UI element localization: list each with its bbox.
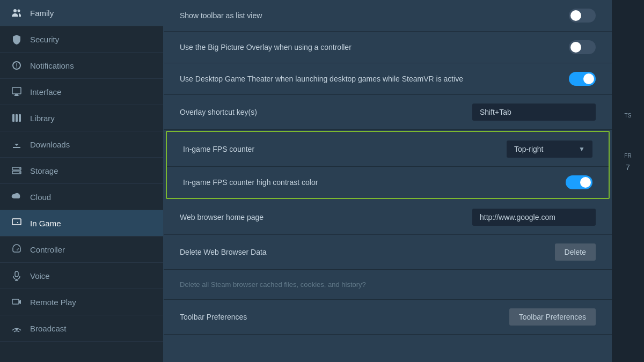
sidebar-item-remoteplay[interactable]: Remote Play — [0, 289, 163, 315]
sidebar-item-label-storage: Storage — [30, 166, 58, 175]
setting-label-web-browser-home: Web browser home page — [180, 213, 264, 221]
remoteplay-icon — [11, 296, 23, 308]
sidebar-item-broadcast[interactable]: Broadcast — [0, 315, 163, 342]
sidebar-item-family[interactable]: Family — [0, 0, 163, 26]
setting-row-delete-browser-data: Delete Web Browser Data Delete — [164, 235, 612, 270]
fps-counter-group: In-game FPS counter Top-right ▼ In-game … — [166, 131, 610, 199]
setting-row-toolbar-prefs: Toolbar Preferences Toolbar Preferences — [164, 300, 612, 335]
setting-row-delete-browser-desc: Delete all Steam browser cached files, c… — [164, 270, 612, 300]
sidebar-item-label-cloud: Cloud — [30, 193, 51, 202]
main-content: Show toolbar as list view Use the Big Pi… — [164, 0, 612, 362]
sidebar-item-label-remoteplay: Remote Play — [30, 298, 76, 307]
svg-point-0 — [13, 9, 17, 12]
svg-point-16 — [18, 248, 19, 249]
security-icon — [11, 33, 23, 45]
setting-label-delete-browser-desc: Delete all Steam browser cached files, c… — [180, 280, 366, 289]
svg-rect-6 — [14, 95, 19, 96]
setting-row-desktop-game-theater: Use Desktop Game Theater when launching … — [164, 63, 612, 95]
cloud-icon — [11, 191, 23, 203]
sidebar-item-label-interface: Interface — [30, 87, 61, 97]
svg-rect-9 — [19, 114, 21, 122]
sidebar-item-label-voice: Voice — [30, 271, 50, 280]
setting-row-fps-contrast: In-game FPS counter high contrast color — [167, 167, 609, 198]
toggle-fps-contrast[interactable] — [566, 175, 592, 189]
fps-counter-value: Top-right — [514, 145, 543, 153]
sidebar-item-security[interactable]: Security — [0, 26, 163, 53]
sidebar-item-controller[interactable]: Controller — [0, 237, 163, 263]
setting-row-toolbar-list-view: Show toolbar as list view — [164, 0, 612, 32]
ingame-icon — [11, 217, 23, 229]
toolbar-preferences-button[interactable]: Toolbar Preferences — [509, 308, 596, 326]
downloads-icon — [11, 138, 23, 150]
svg-text:!: ! — [16, 62, 17, 70]
right-edge-badge-ts: TS — [625, 113, 632, 119]
web-browser-home-input[interactable] — [472, 209, 596, 226]
sidebar: Family Security ! Notifications Interfac… — [0, 0, 164, 362]
svg-point-1 — [18, 10, 20, 12]
sidebar-item-downloads[interactable]: Downloads — [0, 131, 163, 158]
sidebar-item-notifications[interactable]: ! Notifications — [0, 53, 163, 79]
svg-rect-5 — [15, 94, 18, 95]
sidebar-item-label-notifications: Notifications — [30, 61, 74, 70]
sidebar-item-interface[interactable]: Interface — [0, 79, 163, 105]
svg-rect-7 — [12, 114, 14, 122]
svg-point-15 — [17, 222, 18, 223]
sidebar-item-label-library: Library — [30, 114, 55, 123]
sidebar-item-label-controller: Controller — [30, 245, 65, 254]
setting-row-web-browser-home: Web browser home page — [164, 200, 612, 235]
sidebar-item-label-downloads: Downloads — [30, 140, 70, 149]
toggle-toolbar-list-view[interactable] — [569, 9, 596, 23]
settings-list: Show toolbar as list view Use the Big Pi… — [164, 0, 612, 335]
sidebar-item-cloud[interactable]: Cloud — [0, 184, 163, 210]
setting-label-overlay-shortcut: Overlay shortcut key(s) — [180, 108, 257, 116]
voice-icon — [11, 270, 23, 282]
sidebar-item-label-security: Security — [30, 35, 59, 44]
right-edge-fps: 7 — [626, 163, 630, 172]
toggle-big-picture-overlay[interactable] — [569, 40, 596, 54]
sidebar-item-label-ingame: In Game — [30, 219, 61, 228]
setting-label-toolbar-list-view: Show toolbar as list view — [180, 11, 262, 20]
sidebar-item-label-broadcast: Broadcast — [30, 324, 67, 333]
right-edge: TS FR 7 — [612, 0, 644, 362]
setting-row-big-picture-overlay: Use the Big Picture Overlay when using a… — [164, 32, 612, 63]
overlay-shortcut-input[interactable] — [472, 104, 596, 121]
setting-label-big-picture-overlay: Use the Big Picture Overlay when using a… — [180, 43, 352, 51]
sidebar-item-library[interactable]: Library — [0, 105, 163, 131]
sidebar-item-ingame[interactable]: In Game — [0, 210, 163, 237]
setting-label-desktop-game-theater: Use Desktop Game Theater when launching … — [180, 75, 463, 83]
sidebar-item-voice[interactable]: Voice — [0, 263, 163, 289]
setting-label-fps-contrast: In-game FPS counter high contrast color — [183, 178, 318, 187]
svg-point-13 — [19, 172, 20, 173]
svg-point-12 — [19, 168, 20, 169]
controller-icon — [11, 243, 23, 255]
notifications-icon: ! — [11, 60, 23, 71]
setting-label-toolbar-prefs: Toolbar Preferences — [180, 313, 247, 321]
broadcast-icon — [11, 322, 23, 334]
toggle-desktop-game-theater[interactable] — [569, 72, 596, 86]
setting-row-fps-counter: In-game FPS counter Top-right ▼ — [167, 132, 609, 167]
library-icon — [11, 112, 23, 124]
family-icon — [11, 7, 23, 19]
svg-point-17 — [17, 249, 18, 250]
sidebar-item-storage[interactable]: Storage — [0, 158, 163, 184]
setting-label-delete-browser-data: Delete Web Browser Data — [180, 248, 267, 256]
svg-rect-18 — [15, 271, 18, 277]
storage-icon — [11, 165, 23, 176]
sidebar-item-label-family: Family — [30, 9, 54, 18]
setting-row-overlay-shortcut: Overlay shortcut key(s) — [164, 95, 612, 130]
interface-icon — [11, 86, 23, 98]
chevron-down-icon: ▼ — [579, 145, 585, 153]
svg-rect-4 — [12, 87, 21, 94]
setting-label-fps-counter: In-game FPS counter — [183, 145, 254, 153]
svg-rect-14 — [12, 219, 21, 225]
fps-counter-dropdown[interactable]: Top-right ▼ — [507, 141, 592, 158]
right-edge-badge-fr: FR — [624, 153, 631, 159]
svg-rect-8 — [16, 114, 18, 122]
svg-rect-21 — [12, 299, 19, 304]
delete-browser-data-button[interactable]: Delete — [555, 243, 596, 261]
